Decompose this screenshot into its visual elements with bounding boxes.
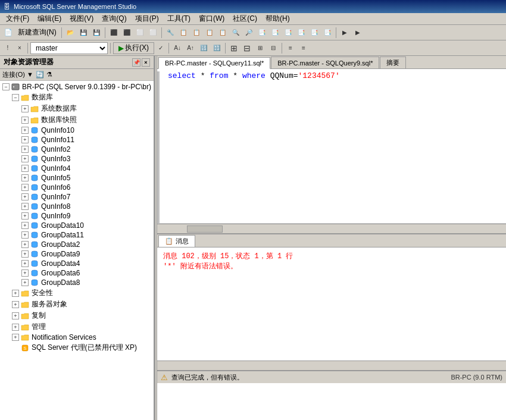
- tree-expand-icon[interactable]: +: [21, 250, 29, 258]
- new-query-label[interactable]: 新建查询(N): [15, 27, 59, 37]
- toolbar-btn6[interactable]: 📋: [177, 27, 189, 39]
- query-btn5[interactable]: ⊞: [228, 42, 240, 54]
- tree-area[interactable]: −BR-PC (SQL Server 9.0.1399 - br-PC\br)−…: [0, 81, 154, 420]
- tree-expand-icon[interactable]: +: [21, 184, 29, 191]
- toolbar-btn17[interactable]: 📑: [321, 27, 333, 39]
- pin-button[interactable]: 📌: [132, 58, 140, 67]
- menu-tools[interactable]: 工具(T): [164, 13, 194, 24]
- tree-expand-icon[interactable]: +: [12, 324, 19, 331]
- toolbar-btn14[interactable]: 📑: [282, 27, 294, 39]
- query-tab-2[interactable]: 摘要: [380, 57, 406, 68]
- tree-expand-icon[interactable]: +: [21, 117, 29, 124]
- toolbar-btn5[interactable]: 🔧: [164, 27, 176, 39]
- toolbar-btn2[interactable]: ⬛: [121, 27, 133, 39]
- tree-node[interactable]: −数据库: [0, 92, 154, 103]
- query-btn7[interactable]: ⊞: [254, 42, 266, 54]
- tree-node[interactable]: +QunInfo11: [0, 135, 154, 145]
- query-btn2[interactable]: A↑: [185, 42, 196, 54]
- tree-node[interactable]: +QunInfo8: [0, 202, 154, 211]
- query-btn1[interactable]: A↓: [171, 42, 183, 54]
- toolbar-btn9[interactable]: 📋: [217, 27, 229, 39]
- connect-button[interactable]: !: [2, 42, 13, 54]
- refresh-icon[interactable]: 🔄: [36, 71, 44, 79]
- tree-expand-icon[interactable]: +: [21, 279, 29, 286]
- tree-node[interactable]: +GroupData6: [0, 268, 154, 278]
- tree-expand-icon[interactable]: +: [21, 222, 29, 229]
- toolbar-btn8[interactable]: 📋: [204, 27, 215, 39]
- query-btn10[interactable]: ≡: [298, 42, 310, 54]
- toolbar-btn19[interactable]: ▶: [352, 27, 364, 39]
- toolbar-btn4[interactable]: ⬜: [147, 27, 159, 39]
- tree-node[interactable]: +QunInfo7: [0, 192, 154, 202]
- toolbar-btn7[interactable]: 📋: [190, 27, 202, 39]
- tree-expand-icon[interactable]: +: [21, 203, 29, 210]
- menu-help[interactable]: 帮助(H): [262, 13, 293, 24]
- tree-expand-icon[interactable]: +: [21, 165, 29, 172]
- query-btn9[interactable]: ≡: [285, 42, 296, 54]
- tree-node[interactable]: +QunInfo9: [0, 211, 154, 221]
- tree-node[interactable]: +QunInfo10: [0, 126, 154, 135]
- tree-node[interactable]: +QunInfo3: [0, 154, 154, 164]
- msg-tab-messages[interactable]: 📋 消息: [158, 235, 195, 247]
- tree-node[interactable]: +安全性: [0, 287, 154, 299]
- tree-expand-icon[interactable]: +: [21, 127, 29, 134]
- tree-node[interactable]: +数据库快照: [0, 114, 154, 126]
- tree-node[interactable]: −BR-PC (SQL Server 9.0.1399 - br-PC\br): [0, 82, 154, 92]
- toolbar-btn1[interactable]: ⬛: [108, 27, 120, 39]
- menu-query[interactable]: 查询(Q): [98, 13, 130, 24]
- tree-node[interactable]: +QunInfo2: [0, 145, 154, 154]
- query-tab-0[interactable]: BR-PC.master - SQLQuery11.sql*: [158, 57, 270, 69]
- tree-expand-icon[interactable]: −: [2, 83, 10, 90]
- query-editor[interactable]: select * from * where QQNum='1234567': [157, 69, 506, 224]
- menu-window[interactable]: 窗口(W): [195, 13, 228, 24]
- parse-button[interactable]: ✓: [155, 42, 166, 54]
- tree-node[interactable]: +服务器对象: [0, 299, 154, 310]
- tree-node[interactable]: +Notification Services: [0, 333, 154, 342]
- tree-node[interactable]: +GroupData11: [0, 230, 154, 240]
- hscroll-thumb[interactable]: [187, 225, 223, 233]
- tree-node[interactable]: +GroupData4: [0, 259, 154, 268]
- tree-expand-icon[interactable]: +: [12, 290, 19, 297]
- toolbar-btn3[interactable]: ⬜: [134, 27, 146, 39]
- tree-expand-icon[interactable]: +: [21, 241, 29, 248]
- tree-node[interactable]: +管理: [0, 321, 154, 333]
- toolbar-btn16[interactable]: 📑: [308, 27, 320, 39]
- tree-expand-icon[interactable]: +: [21, 155, 29, 162]
- tree-node[interactable]: +GroupData8: [0, 278, 154, 287]
- toolbar-btn13[interactable]: 📑: [269, 27, 281, 39]
- query-btn3[interactable]: 🔢: [198, 42, 210, 54]
- menu-edit[interactable]: 编辑(E): [34, 13, 65, 24]
- menu-community[interactable]: 社区(C): [229, 13, 261, 24]
- tree-node[interactable]: +系统数据库: [0, 103, 154, 114]
- tree-expand-icon[interactable]: +: [21, 136, 29, 143]
- toolbar-btn15[interactable]: 📑: [295, 27, 307, 39]
- toolbar-btn10[interactable]: 🔍: [230, 27, 242, 39]
- execute-button[interactable]: ▶ 执行(X): [113, 42, 154, 54]
- tree-node[interactable]: +GroupData9: [0, 249, 154, 259]
- database-selector[interactable]: master: [30, 42, 108, 54]
- open-button[interactable]: 📂: [64, 27, 76, 39]
- query-tab-1[interactable]: BR-PC.master - SQLQuery9.sql*: [271, 57, 379, 68]
- new-query-button[interactable]: 📄: [2, 27, 14, 39]
- toolbar-btn18[interactable]: ▶: [339, 27, 351, 39]
- tree-expand-icon[interactable]: +: [21, 105, 29, 112]
- tree-expand-icon[interactable]: +: [12, 334, 19, 341]
- tree-node[interactable]: +复制: [0, 310, 154, 321]
- query-btn6[interactable]: ⊟: [241, 42, 253, 54]
- tree-expand-icon[interactable]: +: [12, 301, 19, 308]
- tree-expand-icon[interactable]: −: [12, 94, 19, 101]
- menu-project[interactable]: 项目(P): [132, 13, 163, 24]
- tree-node[interactable]: +QunInfo4: [0, 164, 154, 173]
- save-all-button[interactable]: 💾: [90, 27, 102, 39]
- msg-hscrollbar[interactable]: [157, 361, 506, 370]
- disconnect-button[interactable]: ×: [14, 42, 25, 54]
- toolbar-btn11[interactable]: 🔎: [243, 27, 255, 39]
- tree-node[interactable]: +GroupData10: [0, 221, 154, 230]
- tree-expand-icon[interactable]: +: [21, 231, 29, 239]
- toolbar-btn12[interactable]: 📑: [256, 27, 268, 39]
- tree-node[interactable]: +SSQL Server 代理(已禁用代理 XP): [0, 342, 154, 353]
- save-button[interactable]: 💾: [77, 27, 89, 39]
- tree-expand-icon[interactable]: +: [21, 193, 29, 200]
- panel-close-button[interactable]: ×: [142, 58, 150, 67]
- tree-expand-icon[interactable]: +: [21, 174, 29, 181]
